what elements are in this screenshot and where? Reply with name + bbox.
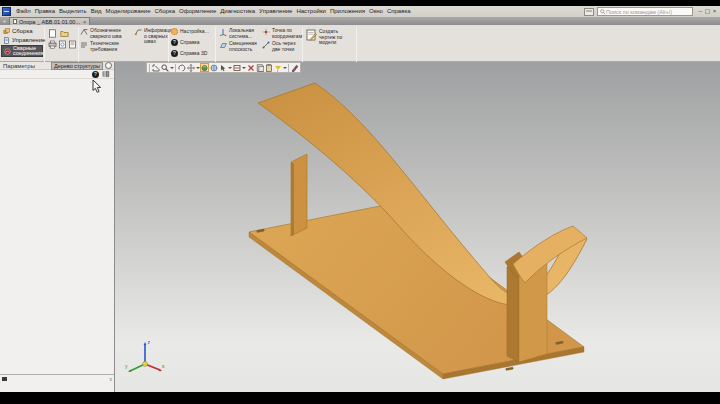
assembly-cube-icon — [3, 28, 10, 35]
left-rib-shade — [291, 162, 294, 236]
ribbon-tab-assembly[interactable]: Сборка — [1, 27, 43, 35]
menu-window[interactable]: Окно — [367, 6, 385, 17]
wireframe-mode-icon[interactable] — [209, 63, 218, 72]
selector-icon[interactable] — [218, 63, 227, 72]
menu-annotation[interactable]: Оформление — [177, 6, 218, 17]
section-view-icon[interactable] — [232, 63, 241, 72]
new-document-icon[interactable] — [48, 29, 57, 38]
axis-two-points-button[interactable]: Ось через две точки — [262, 41, 300, 52]
panel-help-button[interactable]: ? — [92, 71, 99, 78]
coordinate-triad: z y x — [123, 334, 167, 378]
application-window: Файл Правка Выделить Вид Моделирование С… — [0, 0, 720, 404]
tech-requirements-icon — [80, 41, 88, 49]
create-drawing-button[interactable]: Создать чертеж по модели — [306, 29, 354, 46]
measure-pen-icon[interactable] — [290, 63, 299, 72]
menu-edit[interactable]: Правка — [33, 6, 57, 17]
mouse-cursor — [92, 80, 102, 93]
offset-plane-label: Смещенная плоскость — [229, 41, 259, 52]
document-tab-bar: + Опора _ АБВ.01.01.00... × — [0, 17, 720, 25]
manage-page-icon — [3, 37, 10, 44]
weld-info-icon — [134, 28, 142, 36]
filter-icon[interactable] — [273, 63, 282, 72]
tech-requirements-label: Технические требования — [90, 41, 132, 52]
print-icon[interactable] — [48, 40, 57, 49]
open-folder-icon[interactable] — [60, 29, 69, 38]
menu-settings[interactable]: Настройки — [294, 6, 327, 17]
panel-title: Параметры — [0, 63, 51, 69]
menu-select[interactable]: Выделить — [57, 6, 89, 17]
offset-plane-button[interactable]: Смещенная плоскость — [219, 41, 259, 52]
maximize-button[interactable]: ▢ — [704, 7, 711, 16]
help-3d-label: Справка 3D — [180, 51, 207, 57]
paste-view-icon[interactable] — [264, 63, 273, 72]
help-icon: ? — [171, 39, 178, 46]
document-icon — [13, 19, 17, 24]
command-search — [597, 7, 693, 16]
filter-dropdown-icon[interactable] — [282, 63, 287, 72]
menu-diagnostics[interactable]: Диагностика — [218, 6, 257, 17]
menu-view[interactable]: Вид — [89, 6, 104, 17]
pan-view-icon[interactable] — [186, 63, 195, 72]
panel-status-close[interactable]: x — [110, 375, 113, 383]
settings-button[interactable]: Настройка... — [171, 28, 213, 35]
tech-requirements-button[interactable]: Технические требования — [80, 41, 132, 52]
viewport-3d[interactable]: z y x — [115, 62, 720, 392]
weld-symbol-button[interactable]: Обозначение сварного шва — [80, 28, 132, 39]
ribbon-tab-label: Сборка — [12, 28, 33, 34]
document-properties-icon[interactable] — [68, 40, 77, 49]
new-tab-button[interactable]: + — [0, 17, 9, 25]
local-coordinate-system-icon — [219, 28, 227, 36]
print-preview-icon[interactable] — [58, 40, 67, 49]
panel-pin-icon[interactable] — [105, 62, 112, 69]
structure-tree-tab[interactable]: Дерево структуры — [51, 62, 103, 70]
close-button[interactable]: × — [711, 7, 718, 16]
help-button[interactable]: ? Справка — [171, 39, 213, 46]
ribbon-tab-label: Сварные соединения — [13, 46, 43, 57]
weld-joint-icon — [4, 48, 11, 55]
search-input[interactable] — [606, 9, 690, 15]
render-mode-icon[interactable] — [200, 63, 209, 72]
panel-status-icon — [2, 377, 7, 381]
menu-applications[interactable]: Приложения — [328, 6, 367, 17]
weld-info-button[interactable]: Информация о сварных швах — [134, 28, 167, 45]
ribbon-toggle-icon[interactable] — [584, 8, 594, 16]
menu-file[interactable]: Файл — [14, 6, 33, 17]
axis-two-points-label: Ось через две точки — [272, 41, 300, 52]
menu-assembly[interactable]: Сборка — [153, 6, 178, 17]
ribbon-tab-manage[interactable]: Управление — [1, 36, 43, 44]
view-toolbar — [146, 62, 301, 73]
zoom-dropdown-icon[interactable] — [169, 63, 174, 72]
ribbon-tab-weld-joints[interactable]: Сварные соединения — [1, 45, 43, 57]
window-controls: – ▢ × — [697, 7, 718, 16]
local-system-button[interactable]: Локальная система... — [219, 28, 259, 39]
settings-label: Настройка... — [180, 29, 209, 35]
parameters-panel: Параметры Дерево структуры ? — [0, 62, 115, 392]
zoom-icon[interactable] — [160, 63, 169, 72]
menu-manage[interactable]: Управление — [257, 6, 294, 17]
weld-symbol-icon — [80, 28, 88, 36]
gear-icon — [171, 28, 178, 35]
help-label: Справка — [180, 40, 200, 46]
ribbon-tab-label: Управление — [12, 37, 45, 43]
minimize-button[interactable]: – — [697, 7, 704, 16]
menu-help[interactable]: Справка — [385, 6, 413, 17]
weld-symbol-label: Обозначение сварного шва — [90, 28, 132, 39]
tree-outline-icon[interactable] — [102, 70, 110, 78]
point-by-coordinates-button[interactable]: Точка по координатам — [262, 28, 300, 39]
clear-selection-icon[interactable] — [246, 63, 255, 72]
copy-image-icon[interactable] — [255, 63, 264, 72]
axis-y-label: y — [125, 363, 128, 369]
point-by-coordinates-label: Точка по координатам — [272, 28, 302, 39]
ribbon: Сборка Управление Сварные соединения — [0, 25, 720, 62]
saddle-support-model — [115, 62, 720, 392]
select-window-icon[interactable] — [151, 63, 160, 72]
document-tab-title: Опора _ АБВ.01.01.00... — [19, 19, 80, 25]
help-3d-button[interactable]: ? Справка 3D — [171, 50, 213, 57]
app-logo-icon[interactable] — [2, 7, 11, 16]
toolbar-divider — [175, 64, 176, 72]
menu-modeling[interactable]: Моделирование — [104, 6, 153, 17]
create-drawing-label: Создать чертеж по модели — [319, 29, 354, 46]
rotate-view-icon[interactable] — [177, 63, 186, 72]
axis-x-label: x — [162, 363, 165, 369]
document-tab[interactable]: Опора _ АБВ.01.01.00... × — [9, 17, 90, 25]
